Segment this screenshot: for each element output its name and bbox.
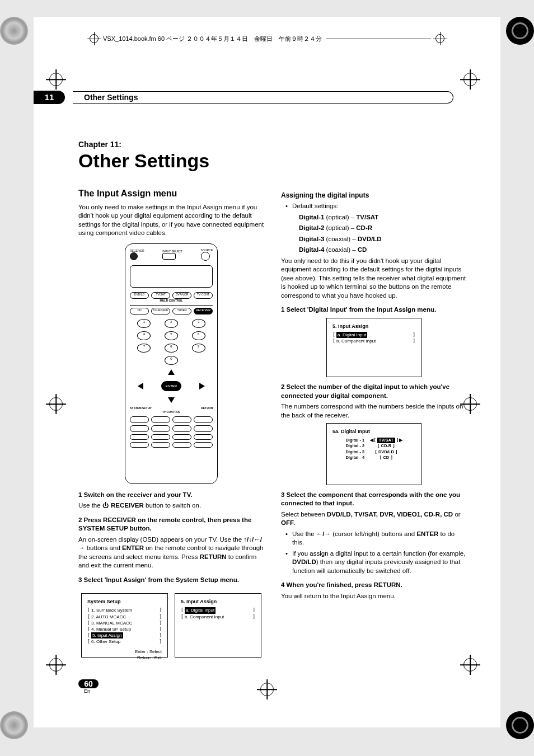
remote-source-button: CD <box>130 308 149 314</box>
crop-mark-icon <box>49 658 63 672</box>
osd-screen-system-setup: System Setup [ 1. Surr Back System ] [ 2… <box>81 593 168 658</box>
step-heading: 4 When you're finished, press RETURN. <box>281 581 467 590</box>
remote-label: RECEIVER <box>130 249 144 253</box>
remote-source-button: DVR/VCR <box>172 292 191 299</box>
registration-mark-icon <box>90 34 99 43</box>
chapter-header-pill: 11 Other Settings <box>34 90 453 105</box>
remote-label: TV CONTROL <box>130 410 213 414</box>
default-value: CD <box>358 246 367 253</box>
left-column: The Input Assign menu You only need to m… <box>78 187 264 661</box>
osd-row-value: CD <box>383 455 389 460</box>
step-body: An on-screen display (OSD) appears on yo… <box>78 536 264 570</box>
osd-item: 4. Manual SP Setup <box>91 627 131 632</box>
osd-item: 6. Other Setup <box>91 639 120 644</box>
step-heading: 2 Press RECEIVER on the remote control, … <box>78 516 264 533</box>
power-icon: ⏻ <box>102 502 109 509</box>
chapter-title: Chapter 11: <box>78 140 467 149</box>
remote-num-button: 4 <box>137 331 151 340</box>
remote-label: SYSTEM SETUP <box>130 406 152 410</box>
remote-num-button: 2 <box>165 319 178 328</box>
step-body: You will return to the Input Assign menu… <box>281 592 467 601</box>
remote-source-button: TUNER <box>172 308 191 314</box>
decor-corner-tr <box>506 17 534 45</box>
remote-label: SOURCE <box>201 248 213 252</box>
page-number: 60 <box>78 679 99 688</box>
remote-source-button: TV CONT <box>194 292 213 299</box>
remote-num-button: 3 <box>192 319 205 328</box>
default-key: Digital-2 <box>299 224 324 231</box>
osd-item: 1. Surr Back System <box>91 608 132 613</box>
arrow-up-icon <box>168 369 175 375</box>
osd-row-label: Digital - 4 <box>345 455 364 461</box>
chapter-label: Other Settings <box>73 91 453 104</box>
step-heading: 1 Switch on the receiver and your TV. <box>78 491 264 500</box>
step-heading: 3 Select the component that corresponds … <box>281 491 467 508</box>
defaults-block: Default settings: <box>281 202 467 211</box>
osd-row-label: Digital - 3 <box>345 449 364 456</box>
default-key: Digital-4 <box>299 246 324 253</box>
section-heading: The Input Assign menu <box>78 187 264 200</box>
osd-title: 5. Input Assign <box>332 323 415 330</box>
default-value: TV/SAT <box>356 214 378 220</box>
remote-label: RETURN <box>201 406 213 410</box>
arrow-left-icon <box>138 383 143 389</box>
decor-corner-tl <box>0 17 28 45</box>
remote-source-button: DVD/LD <box>130 292 149 299</box>
intro-text: You only need to do this if you didn't h… <box>281 257 467 300</box>
book-filename: VSX_1014.book.fm 60 ページ ２００４年５月１４日 金曜日 午… <box>103 35 322 43</box>
osd-row-value-selected: TV/SAT <box>377 438 395 444</box>
step-body: Use the ⏻ RECEIVER button to switch on. <box>78 501 264 510</box>
remote-lcd <box>130 265 213 288</box>
osd-item-selected: a. Digital Input <box>185 607 216 613</box>
step-heading: 2 Select the number of the digital input… <box>281 383 467 400</box>
page: VSX_1014.book.fm 60 ページ ２００４年５月１４日 金曜日 午… <box>34 17 500 727</box>
osd-item: 2. AUTO MCACC <box>91 614 126 619</box>
remote-label: INPUT SELECT <box>162 250 182 253</box>
step-body: Select between DVD/LD, TV/SAT, DVR, VIDE… <box>281 510 467 528</box>
osd-screen-input-assign: 5. Input Assign [ a. Digital Input ] [ b… <box>175 593 261 658</box>
content: Chapter 11: Other Settings The Input Ass… <box>78 140 467 666</box>
arrow-down-icon <box>168 397 175 403</box>
remote-source-button: CD-R/TAPE <box>151 308 170 314</box>
arrow-left-right-icon: ←/→ <box>316 530 331 537</box>
remote-source-button: TV/SAT <box>151 292 170 299</box>
remote-num-button: 8 <box>165 344 178 353</box>
remote-num-button: 5 <box>165 331 178 340</box>
osd-item: b. Component Input <box>185 614 224 619</box>
osd-row-label: Digital - 2 <box>345 443 364 449</box>
crop-mark-icon <box>260 683 274 696</box>
decor-corner-br <box>506 711 534 739</box>
default-value: CD-R <box>356 224 372 231</box>
receiver-led-icon <box>130 252 138 260</box>
osd-row-value: CD-R <box>381 443 392 448</box>
osd-title: 5a. Digital Input <box>332 428 415 435</box>
input-select-button <box>162 253 176 260</box>
arrow-right-icon <box>199 383 205 389</box>
remote-num-button: 6 <box>192 331 205 340</box>
osd-screen-input-assign: 5. Input Assign [ a. Digital Input ] [ b… <box>326 318 421 378</box>
default-key: Digital-1 <box>299 214 324 220</box>
osd-title: System Setup <box>87 598 162 605</box>
osd-item-selected: a. Digital Input <box>336 332 367 338</box>
osd-item: b. Component Input <box>336 339 376 344</box>
remote-label: MULTI CONTROL <box>130 299 213 303</box>
remote-enter-button: ENTER <box>161 381 181 391</box>
main-title: Other Settings <box>78 150 467 172</box>
default-value: DVD/LD <box>358 236 382 242</box>
step-body: The numbers correspond with the numbers … <box>281 402 467 420</box>
osd-item: 3. MANUAL MCACC <box>91 621 133 626</box>
right-column: Assigning the digital inputs Default set… <box>281 187 467 661</box>
subsection-heading: Assigning the digital inputs <box>281 191 467 200</box>
crop-mark-icon <box>463 73 477 86</box>
chapter-number: 11 <box>34 91 65 104</box>
default-key: Digital-3 <box>299 236 324 242</box>
remote-illustration: RECEIVER INPUT SELECT SOURCE <box>125 243 218 484</box>
osd-row-value: DVD/LD <box>378 449 394 454</box>
page-lang: En <box>84 688 99 694</box>
remote-num-button: 0 <box>165 356 178 365</box>
osd-item-selected: 5. Input Assign <box>91 632 123 638</box>
remote-num-button: 9 <box>192 344 205 353</box>
osd-hint: Return : Exit <box>87 655 162 661</box>
crop-mark-icon <box>49 397 63 411</box>
remote-receiver-button: RECEIVER <box>194 308 213 314</box>
